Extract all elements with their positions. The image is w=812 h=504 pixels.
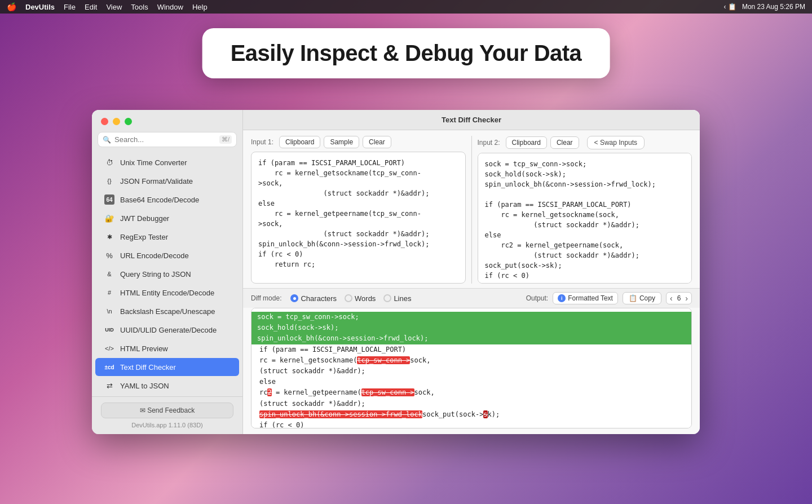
panel-separator [471, 136, 472, 284]
uuid-icon: UID [104, 325, 114, 335]
sidebar-item-jwt[interactable]: 🔐 JWT Debugger [95, 209, 239, 227]
sidebar-item-label: HTML Entity Encode/Decode [120, 289, 214, 297]
input2-label: Input 2: [478, 139, 500, 147]
input2-clipboard-button[interactable]: Clipboard [506, 136, 547, 149]
input2-panel: Input 2: Clipboard Clear < Swap Inputs s… [478, 136, 692, 284]
sidebar-item-label: JWT Debugger [120, 214, 169, 223]
output-format-label: Formatted Text [568, 294, 613, 302]
app-version: DevUtils.app 1.11.0 (83D) [101, 422, 233, 428]
sidebar-item-text-diff[interactable]: ±cd Text Diff Checker [95, 358, 239, 376]
diff-del-3: tcp_sw_conn-> [361, 388, 414, 396]
diff-line-7: else [257, 377, 686, 387]
menubar-right: ‹ 📋 Mon 23 Aug 5:26 PM [724, 3, 805, 11]
search-icon: 🔍 [103, 136, 111, 144]
sidebar-item-query-string[interactable]: & Query String to JSON [95, 265, 239, 283]
sidebar-item-label: HTML Preview [120, 344, 168, 353]
url-icon: % [104, 250, 114, 260]
copy-button[interactable]: 📋 Copy [623, 292, 661, 304]
diff-del-4: s [483, 410, 487, 418]
menu-tools[interactable]: Tools [131, 3, 148, 11]
copy-icon: 📋 [629, 294, 637, 302]
input1-panel: Input 1: Clipboard Sample Clear if (para… [251, 136, 466, 284]
sidebar-item-base64[interactable]: 64 Base64 Encode/Decode [95, 191, 239, 209]
sidebar-item-label: Base64 Encode/Decode [120, 196, 199, 204]
input2-toolbar: Input 2: Clipboard Clear < Swap Inputs [478, 136, 692, 149]
menu-help[interactable]: Help [192, 3, 208, 11]
input1-clipboard-button[interactable]: Clipboard [279, 136, 320, 148]
sidebar-item-yaml-json[interactable]: ⇄ YAML to JSON [95, 377, 239, 395]
base64-icon: 64 [104, 194, 114, 205]
input1-toolbar: Input 1: Clipboard Sample Clear [251, 136, 466, 148]
search-shortcut[interactable]: ⌘/ [219, 135, 232, 144]
radio-characters-dot [290, 294, 298, 302]
sidebar-footer: ✉ Send Feedback DevUtils.app 1.11.0 (83D… [92, 396, 242, 434]
menu-window[interactable]: Window [157, 3, 183, 11]
close-button[interactable] [101, 118, 108, 125]
radio-words[interactable]: Words [345, 294, 376, 303]
menu-edit[interactable]: Edit [85, 3, 97, 11]
sidebar-item-label: Backslash Escape/Unescape [120, 307, 215, 316]
sidebar-item-html-entity[interactable]: # HTML Entity Encode/Decode [95, 284, 239, 302]
sidebar-items-list: ⏱ Unix Time Converter {} JSON Format/Val… [92, 152, 242, 396]
nav-next-button[interactable]: › [685, 294, 688, 303]
radio-words-dot [345, 294, 352, 302]
app-window: 🔍 ⌘/ ⏱ Unix Time Converter {} JSON Forma… [92, 110, 700, 434]
diff-navigation: ‹ 6 › [666, 292, 692, 304]
sidebar-item-label: Text Diff Checker [120, 363, 176, 372]
nav-prev-button[interactable]: ‹ [670, 294, 673, 303]
backslash-icon: \n [104, 306, 114, 316]
unix-time-icon: ⏱ [104, 157, 114, 167]
diff-line-5: rc = kernel_getsockname(tcp_sw_conn->soc… [257, 355, 686, 366]
sidebar-item-backslash[interactable]: \n Backslash Escape/Unescape [95, 302, 239, 320]
swap-inputs-button[interactable]: < Swap Inputs [587, 136, 645, 149]
query-icon: & [104, 269, 114, 279]
input1-label: Input 1: [251, 138, 273, 146]
diff-line-9: (struct sockaddr *)&addr); [257, 399, 686, 409]
sidebar-item-label: RegExp Tester [120, 233, 168, 241]
menubar: 🍎 DevUtils File Edit View Tools Window H… [0, 0, 812, 14]
input1-textarea[interactable]: if (param == ISCSI_PARAM_LOCAL_PORT) rc … [251, 152, 466, 284]
sidebar-item-regexp[interactable]: ✱ RegExp Tester [95, 228, 239, 246]
regexp-icon: ✱ [104, 232, 114, 242]
input2-clear-button[interactable]: Clear [550, 136, 579, 149]
apple-menu[interactable]: 🍎 [7, 2, 16, 11]
input1-sample-button[interactable]: Sample [324, 136, 359, 148]
input1-clear-button[interactable]: Clear [363, 136, 391, 148]
diff-line-1: sock = tcp_sw_conn->sock; [251, 312, 691, 322]
diff-mode-label: Diff mode: [251, 294, 281, 302]
hero-title: Easily Inspect & Debug Your Data [231, 41, 582, 65]
sidebar-item-json-format[interactable]: {} JSON Format/Validate [95, 172, 239, 190]
sidebar-item-url-encode[interactable]: % URL Encode/Decode [95, 246, 239, 264]
minimize-button[interactable] [113, 118, 120, 125]
app-name[interactable]: DevUtils [25, 3, 55, 11]
search-input[interactable] [114, 135, 216, 144]
sidebar-item-unix-time[interactable]: ⏱ Unix Time Converter [95, 153, 239, 171]
input2-textarea[interactable]: sock = tcp_sw_conn->sock; sock_hold(sock… [478, 153, 692, 284]
sidebar-item-uuid[interactable]: UID UUID/ULID Generate/Decode [95, 321, 239, 339]
menubar-icons: ‹ 📋 [724, 3, 736, 11]
diff-line-8: rc2 = kernel_getpeername(tcp_sw_conn->so… [257, 387, 686, 398]
sidebar: 🔍 ⌘/ ⏱ Unix Time Converter {} JSON Forma… [92, 110, 243, 434]
sidebar-item-html-preview[interactable]: </> HTML Preview [95, 339, 239, 357]
html-entity-icon: # [104, 288, 114, 298]
maximize-button[interactable] [125, 118, 132, 125]
diff-line-4: if (param == ISCSI_PARAM_LOCAL_PORT) [257, 344, 686, 355]
radio-lines[interactable]: Lines [383, 294, 411, 303]
diff-line-10: spin_unlock_bh(&conn->session->frwd_lock… [257, 409, 686, 420]
sidebar-item-label: UUID/ULID Generate/Decode [120, 326, 217, 334]
radio-lines-dot [383, 294, 391, 302]
input-panels: Input 1: Clipboard Sample Clear if (para… [243, 130, 700, 288]
main-content: Text Diff Checker Input 1: Clipboard Sam… [243, 110, 700, 434]
menu-view[interactable]: View [106, 3, 122, 11]
diff-toolbar: Diff mode: Characters Words Lines Output… [243, 288, 700, 308]
sidebar-item-label: Unix Time Converter [120, 158, 187, 167]
json-icon: {} [104, 176, 114, 186]
menu-file[interactable]: File [64, 3, 76, 11]
output-format-select[interactable]: i Formatted Text [553, 292, 618, 304]
yaml-json-icon: ⇄ [104, 381, 114, 391]
hero-banner: Easily Inspect & Debug Your Data [202, 28, 610, 78]
send-feedback-button[interactable]: ✉ Send Feedback [101, 403, 233, 418]
radio-characters[interactable]: Characters [290, 294, 337, 303]
radio-lines-label: Lines [394, 294, 411, 303]
search-box[interactable]: 🔍 ⌘/ [98, 132, 237, 147]
